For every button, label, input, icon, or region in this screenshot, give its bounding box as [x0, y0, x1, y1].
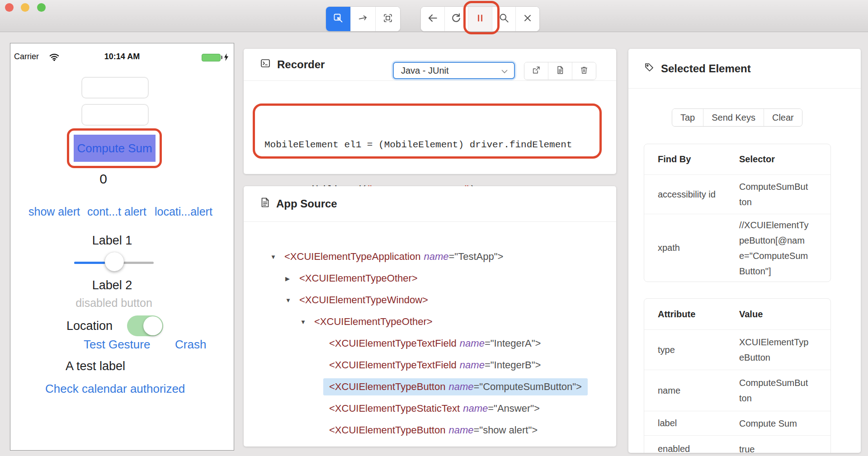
- tap-element-button[interactable]: Tap: [672, 109, 703, 126]
- show-alert-link[interactable]: show alert: [28, 205, 80, 218]
- code-line-1: MobileElement el1 = (MobileElement) driv…: [264, 137, 572, 152]
- tree-expand-arrow[interactable]: ▼: [300, 319, 314, 325]
- status-time: 10:14 AM: [10, 52, 234, 61]
- label-2: Label 2: [10, 278, 214, 292]
- tree-node-other-collapsed[interactable]: ▶ <XCUIElementTypeOther>: [244, 268, 616, 288]
- pause-icon: [475, 13, 485, 25]
- slider-thumb[interactable]: [105, 252, 124, 271]
- search-icon: [498, 12, 510, 26]
- value-header: Value: [739, 309, 830, 320]
- selected-element-title: Selected Element: [661, 62, 751, 75]
- tree-expand-arrow[interactable]: ▼: [285, 297, 299, 304]
- trash-icon: [580, 66, 589, 76]
- refresh-button[interactable]: [445, 7, 469, 31]
- battery-icon: [202, 54, 221, 61]
- location-switch[interactable]: [127, 315, 163, 336]
- table-row: xpath //XCUIElementTy peButton[@nam e="C…: [644, 214, 830, 282]
- swipe-by-coordinates-button[interactable]: [351, 7, 376, 31]
- attribute-header: Attribute: [644, 309, 739, 320]
- table-row: accessibility id ComputeSumBut ton: [644, 174, 830, 214]
- recorder-icon: [260, 58, 271, 71]
- copy-code-button[interactable]: [548, 62, 572, 80]
- device-screenshot-panel: Carrier 10:14 AM Compute Sum 0 show aler…: [10, 43, 234, 451]
- tree-node-compute-sum-button-selected[interactable]: <XCUIElementTypeButtonname="ComputeSumBu…: [244, 377, 616, 397]
- traffic-light-minimize[interactable]: [21, 3, 29, 12]
- table-row: label Compute Sum: [644, 411, 830, 435]
- attributes-table: Attribute Value type XCUIElementTyp eBut…: [644, 298, 831, 453]
- recorder-card: Recorder Java - JUnit: [244, 49, 616, 174]
- find-by-table: Find By Selector accessibility id Comput…: [644, 144, 831, 282]
- slider-fill: [74, 262, 105, 264]
- swipe-arrow-icon: [358, 13, 368, 25]
- label-1: Label 1: [10, 234, 214, 248]
- document-icon: [260, 197, 270, 211]
- app-source-title-wrap: App Source: [260, 197, 337, 211]
- window-toolbar: [0, 0, 868, 32]
- language-dropdown-value: Java - JUnit: [401, 66, 501, 76]
- tag-icon: [644, 62, 655, 75]
- recorder-title-wrap: Recorder: [260, 58, 325, 71]
- file-icon: [556, 66, 565, 76]
- select-elements-button[interactable]: [326, 7, 351, 31]
- screenshot-region-icon: [382, 13, 393, 25]
- tree-node-window[interactable]: ▼ <XCUIElementTypeWindow>: [244, 290, 616, 310]
- integer-b-field[interactable]: [81, 104, 149, 126]
- battery-tip: [221, 56, 222, 59]
- back-arrow-icon: [427, 12, 439, 26]
- charging-bolt-icon: [224, 53, 229, 63]
- export-icon: [532, 66, 541, 76]
- refresh-icon: [450, 12, 462, 26]
- export-code-button[interactable]: [524, 62, 548, 80]
- table-row: type XCUIElementTyp eButton: [644, 329, 830, 370]
- search-button[interactable]: [492, 7, 516, 31]
- crash-link[interactable]: Crash: [175, 338, 206, 352]
- recorder-title: Recorder: [277, 58, 325, 71]
- recorder-actions-group: [524, 62, 596, 80]
- location-label: Location: [66, 319, 113, 333]
- find-by-header: Find By: [644, 154, 739, 165]
- tree-node-statictext-answer[interactable]: <XCUIElementTypeStaticTextname="Answer">: [244, 399, 616, 418]
- table-row: name ComputeSumBut ton: [644, 370, 830, 411]
- answer-text: 0: [62, 171, 144, 187]
- tree-expand-arrow[interactable]: ▼: [270, 254, 284, 260]
- disabled-button: disabled button: [10, 296, 217, 310]
- interaction-mode-group: [326, 6, 401, 32]
- back-button[interactable]: [421, 7, 445, 31]
- tree-node-button-show-alert[interactable]: <XCUIElementTypeButtonname="show alert">: [244, 420, 616, 440]
- quit-session-button[interactable]: [516, 7, 539, 31]
- a-test-label: A test label: [66, 359, 125, 373]
- pause-recording-button[interactable]: [468, 7, 492, 31]
- selected-element-card: Selected Element Tap Send Keys Clear Fin…: [628, 49, 861, 453]
- tree-node-textfield-a[interactable]: <XCUIElementTypeTextFieldname="IntegerA"…: [244, 334, 616, 353]
- switch-knob: [143, 316, 162, 335]
- close-icon: [522, 13, 533, 25]
- tree-expand-arrow[interactable]: ▶: [285, 275, 299, 282]
- screenshot-region-button[interactable]: [376, 7, 400, 31]
- check-calendar-link[interactable]: Check calendar authorized: [45, 382, 185, 396]
- language-dropdown[interactable]: Java - JUnit: [393, 62, 515, 79]
- app-source-title: App Source: [276, 197, 337, 210]
- tree-node-textfield-b[interactable]: <XCUIElementTypeTextFieldname="IntegerB"…: [244, 355, 616, 375]
- app-source-card: App Source ▼ <XCUIElementTypeApplication…: [244, 186, 616, 447]
- traffic-light-close[interactable]: [5, 3, 14, 12]
- tree-node-other[interactable]: ▼ <XCUIElementTypeOther>: [244, 312, 616, 332]
- clear-recording-button[interactable]: [572, 62, 596, 80]
- find-by-header-row: Find By Selector: [644, 144, 830, 174]
- tree-node-application[interactable]: ▼ <XCUIElementTypeApplicationname="TestA…: [244, 247, 616, 267]
- traffic-light-zoom[interactable]: [37, 3, 46, 12]
- attributes-header-row: Attribute Value: [644, 299, 830, 329]
- select-cursor-icon: [333, 13, 344, 25]
- session-action-group: [420, 6, 540, 32]
- selector-header: Selector: [739, 154, 830, 165]
- location-alert-link[interactable]: locati...alert: [155, 205, 212, 218]
- test-gesture-link[interactable]: Test Gesture: [84, 338, 150, 352]
- integer-a-field[interactable]: [81, 77, 149, 99]
- chevron-down-icon: [501, 66, 508, 76]
- send-keys-button[interactable]: Send Keys: [703, 109, 764, 126]
- clear-element-button[interactable]: Clear: [764, 109, 802, 126]
- contact-alert-link[interactable]: cont...t alert: [87, 205, 146, 218]
- element-actions-group: Tap Send Keys Clear: [672, 108, 802, 127]
- selected-element-title-wrap: Selected Element: [644, 62, 751, 75]
- compute-sum-button[interactable]: Compute Sum: [74, 135, 156, 162]
- table-row: enabled true: [644, 435, 830, 453]
